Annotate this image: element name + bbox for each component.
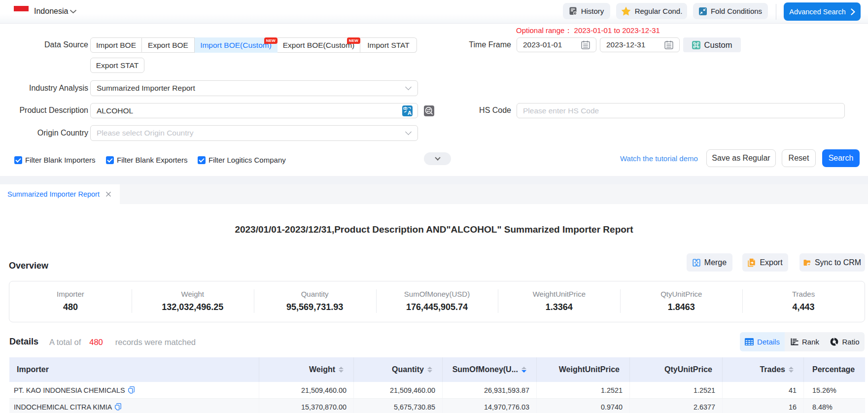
svg-text:A: A bbox=[408, 110, 412, 116]
